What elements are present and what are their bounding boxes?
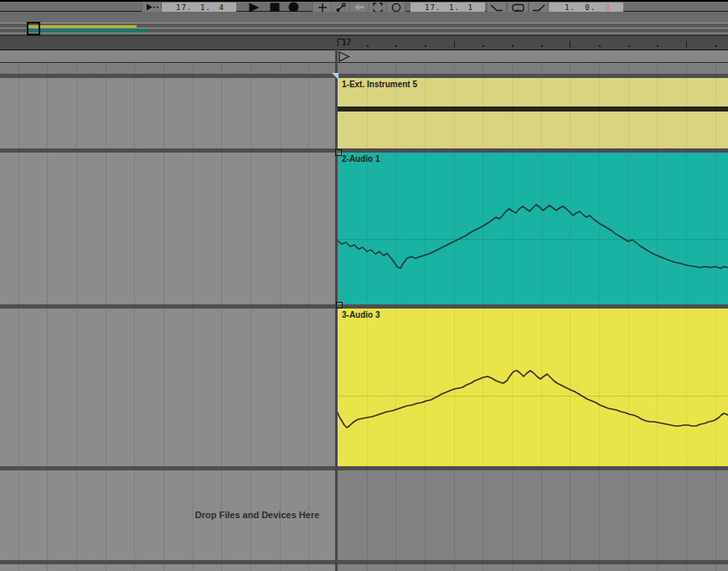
arrangement-overview[interactable] xyxy=(0,12,728,36)
overview-view-rectangle[interactable] xyxy=(27,22,40,35)
clip-grid-line xyxy=(657,78,658,148)
clip-grid-line xyxy=(454,78,455,148)
clip-grid-line xyxy=(425,153,426,304)
track-boundary[interactable] xyxy=(0,466,728,470)
clip-grid-line xyxy=(715,309,716,466)
scrub-area[interactable] xyxy=(0,49,728,63)
clip-grid-line xyxy=(570,153,571,304)
clip-audio-1[interactable]: 2-Audio 1 xyxy=(338,153,728,304)
position-sixteenths: 4 xyxy=(219,3,225,12)
ruler-tick xyxy=(686,41,687,48)
clip-grid-line xyxy=(454,153,455,304)
beat-time-ruler[interactable]: 17 xyxy=(0,36,728,49)
clip-grid-line xyxy=(395,78,396,148)
back-arrow-icon xyxy=(354,3,364,12)
insert-marker-triangle[interactable] xyxy=(338,51,350,62)
ruler-tick xyxy=(454,41,455,48)
stop-icon xyxy=(270,3,280,13)
clip-grid-line xyxy=(599,309,600,466)
follow-arrow-icon xyxy=(144,3,159,12)
ruler-tick xyxy=(512,45,514,47)
overview-stripe xyxy=(0,28,728,29)
clip-grid-line xyxy=(483,309,483,466)
loop-start-bars: 17. xyxy=(425,3,441,12)
clip-grid-line xyxy=(541,309,542,466)
grid-line xyxy=(308,63,309,571)
capture-button[interactable] xyxy=(386,3,405,12)
clip-grid-line xyxy=(454,309,455,466)
clip-grid-line xyxy=(715,78,716,148)
clip-grid-line xyxy=(570,309,571,466)
grid-line xyxy=(250,63,251,571)
clip-grid-line xyxy=(395,309,396,466)
bar-number-label: 17 xyxy=(342,38,351,47)
follow-button[interactable] xyxy=(142,3,162,12)
clip-grid-line xyxy=(425,309,426,466)
overdub-button[interactable] xyxy=(312,3,332,12)
clip-grid-line xyxy=(657,153,658,304)
track-boundary[interactable] xyxy=(0,560,728,564)
stop-button[interactable] xyxy=(267,3,281,12)
grid-line xyxy=(76,63,77,571)
fade-handle[interactable] xyxy=(335,149,342,156)
clip-name: 1-Ext. Instrument 5 xyxy=(342,80,417,89)
automation-arm-button[interactable] xyxy=(331,3,350,12)
ruler-tick xyxy=(395,45,397,47)
clip-audio-3[interactable]: 3-Audio 3 xyxy=(338,309,728,466)
clip-corner-marker[interactable] xyxy=(332,73,338,80)
grid-line xyxy=(193,63,194,571)
ruler-tick xyxy=(715,45,717,47)
session-record-button[interactable] xyxy=(368,3,387,12)
clip-grid-line xyxy=(628,153,629,304)
loop-button[interactable] xyxy=(507,3,529,12)
grid-line xyxy=(221,63,222,571)
grid-line xyxy=(106,63,106,571)
drop-files-hint: Drop Files and Devices Here xyxy=(148,510,366,520)
loop-start-display[interactable]: 17. 1. 1 xyxy=(410,3,485,12)
clip-grid-line xyxy=(541,153,542,304)
punch-in-button[interactable] xyxy=(487,3,507,12)
clip-grid-line xyxy=(512,78,513,148)
arrangement-position-display[interactable]: 17. 1. 4 xyxy=(162,3,236,12)
punch-in-icon xyxy=(489,3,504,13)
clip-grid-line xyxy=(395,153,396,304)
clip-grid-line xyxy=(483,153,483,304)
punch-out-button[interactable] xyxy=(529,3,549,12)
ruler-tick xyxy=(570,41,571,48)
clip-grid-line xyxy=(367,309,368,466)
arrangement-view: 17. 1. 4 xyxy=(0,0,728,571)
grid-line xyxy=(134,63,135,571)
clip-grid-line xyxy=(715,153,716,304)
loop-start-beats: 1. xyxy=(449,3,460,12)
clip-ext-instrument-5[interactable]: 1-Ext. Instrument 5 xyxy=(338,78,728,148)
overview-stripe xyxy=(0,33,728,34)
ruler-tick xyxy=(599,45,601,47)
ruler-tick xyxy=(367,45,369,47)
ruler-tick xyxy=(657,45,658,47)
loop-length-display[interactable]: 1. 0. 3 xyxy=(549,3,623,12)
transport-toolbar: 17. 1. 4 xyxy=(0,0,728,12)
clip-grid-line xyxy=(657,309,658,466)
clip-grid-line xyxy=(512,309,513,466)
clip-grid-line xyxy=(628,78,629,148)
clip-grid-line xyxy=(570,78,571,148)
reenable-automation-button[interactable] xyxy=(349,3,369,12)
fade-handle[interactable] xyxy=(336,302,343,309)
clip-grid-line xyxy=(599,153,600,304)
loop-icon xyxy=(511,3,525,13)
ruler-tick xyxy=(483,45,484,47)
grid-line xyxy=(47,63,48,571)
position-beats: 1. xyxy=(200,3,211,12)
grid-line xyxy=(280,63,281,571)
loop-length-beats: 0. xyxy=(585,3,596,12)
ruler-tick xyxy=(541,45,543,47)
punch-out-icon xyxy=(531,3,546,13)
grid-line xyxy=(18,63,19,571)
play-button[interactable] xyxy=(247,3,261,12)
record-button[interactable] xyxy=(287,3,301,12)
ruler-tick xyxy=(425,45,426,47)
ruler-tick xyxy=(628,45,630,47)
clip-grid-line xyxy=(367,78,368,148)
loop-start-sixteenths: 1 xyxy=(468,3,473,12)
clip-grid-line xyxy=(686,309,687,466)
